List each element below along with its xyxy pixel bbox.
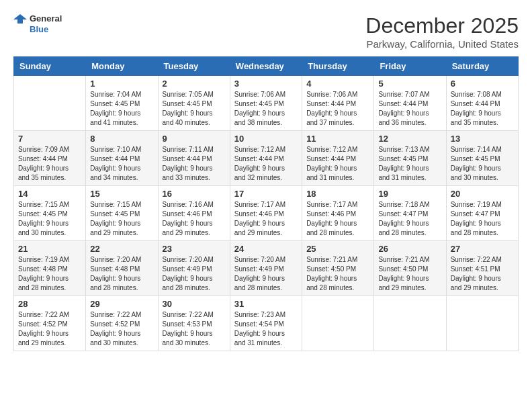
day-number: 26 [378, 244, 441, 254]
calendar-cell: 29Sunrise: 7:22 AMSunset: 4:52 PMDayligh… [86, 296, 158, 351]
day-number: 5 [378, 79, 441, 89]
calendar-cell: 5Sunrise: 7:07 AMSunset: 4:44 PMDaylight… [374, 76, 446, 131]
calendar-cell: 23Sunrise: 7:20 AMSunset: 4:49 PMDayligh… [158, 241, 230, 296]
day-info: Sunrise: 7:22 AMSunset: 4:51 PMDaylight:… [451, 255, 514, 293]
day-info: Sunrise: 7:05 AMSunset: 4:45 PMDaylight:… [163, 90, 226, 128]
calendar-cell: 25Sunrise: 7:21 AMSunset: 4:50 PMDayligh… [302, 241, 374, 296]
calendar-cell: 24Sunrise: 7:20 AMSunset: 4:49 PMDayligh… [230, 241, 302, 296]
day-number: 22 [90, 244, 153, 254]
day-info: Sunrise: 7:19 AMSunset: 4:47 PMDaylight:… [451, 200, 514, 238]
calendar-cell: 26Sunrise: 7:21 AMSunset: 4:50 PMDayligh… [374, 241, 446, 296]
day-number: 23 [163, 244, 226, 254]
day-info: Sunrise: 7:12 AMSunset: 4:44 PMDaylight:… [306, 145, 369, 183]
day-info: Sunrise: 7:21 AMSunset: 4:50 PMDaylight:… [306, 255, 369, 293]
calendar-cell: 7Sunrise: 7:09 AMSunset: 4:44 PMDaylight… [14, 131, 86, 186]
calendar-week-row: 1Sunrise: 7:04 AMSunset: 4:45 PMDaylight… [14, 76, 519, 131]
day-number: 17 [234, 189, 298, 199]
calendar-cell: 27Sunrise: 7:22 AMSunset: 4:51 PMDayligh… [446, 241, 518, 296]
day-number: 20 [451, 189, 514, 199]
calendar-cell: 2Sunrise: 7:05 AMSunset: 4:45 PMDaylight… [158, 76, 230, 131]
day-info: Sunrise: 7:22 AMSunset: 4:52 PMDaylight:… [18, 310, 81, 348]
calendar-cell: 1Sunrise: 7:04 AMSunset: 4:45 PMDaylight… [86, 76, 158, 131]
calendar-cell: 18Sunrise: 7:17 AMSunset: 4:46 PMDayligh… [302, 186, 374, 241]
day-info: Sunrise: 7:21 AMSunset: 4:50 PMDaylight:… [378, 255, 441, 293]
calendar-cell: 31Sunrise: 7:23 AMSunset: 4:54 PMDayligh… [230, 296, 302, 351]
calendar-cell [302, 296, 374, 351]
day-info: Sunrise: 7:15 AMSunset: 4:45 PMDaylight:… [90, 200, 153, 238]
calendar-cell: 14Sunrise: 7:15 AMSunset: 4:45 PMDayligh… [14, 186, 86, 241]
calendar-header-row: SundayMondayTuesdayWednesdayThursdayFrid… [14, 57, 519, 76]
calendar-cell: 15Sunrise: 7:15 AMSunset: 4:45 PMDayligh… [86, 186, 158, 241]
day-number: 29 [90, 299, 153, 309]
calendar-cell: 19Sunrise: 7:18 AMSunset: 4:47 PMDayligh… [374, 186, 446, 241]
day-number: 13 [451, 134, 514, 144]
day-number: 21 [18, 244, 81, 254]
calendar-cell: 16Sunrise: 7:16 AMSunset: 4:46 PMDayligh… [158, 186, 230, 241]
day-info: Sunrise: 7:20 AMSunset: 4:48 PMDaylight:… [90, 255, 153, 293]
calendar-cell: 6Sunrise: 7:08 AMSunset: 4:44 PMDaylight… [446, 76, 518, 131]
calendar-week-row: 21Sunrise: 7:19 AMSunset: 4:48 PMDayligh… [14, 241, 519, 296]
day-header-tuesday: Tuesday [158, 57, 230, 76]
day-header-thursday: Thursday [302, 57, 374, 76]
title-area: December 2025 Parkway, California, Unite… [365, 13, 519, 50]
logo: General Blue [13, 13, 62, 34]
day-info: Sunrise: 7:06 AMSunset: 4:45 PMDaylight:… [234, 90, 298, 128]
day-info: Sunrise: 7:10 AMSunset: 4:44 PMDaylight:… [90, 145, 153, 183]
day-info: Sunrise: 7:12 AMSunset: 4:44 PMDaylight:… [234, 145, 298, 183]
month-title: December 2025 [365, 13, 519, 38]
day-number: 9 [163, 134, 226, 144]
day-info: Sunrise: 7:19 AMSunset: 4:48 PMDaylight:… [18, 255, 81, 293]
day-number: 6 [451, 79, 514, 89]
day-info: Sunrise: 7:18 AMSunset: 4:47 PMDaylight:… [378, 200, 441, 238]
day-info: Sunrise: 7:06 AMSunset: 4:44 PMDaylight:… [306, 90, 369, 128]
day-number: 14 [18, 189, 81, 199]
day-number: 18 [306, 189, 369, 199]
calendar-cell: 9Sunrise: 7:11 AMSunset: 4:44 PMDaylight… [158, 131, 230, 186]
calendar-week-row: 14Sunrise: 7:15 AMSunset: 4:45 PMDayligh… [14, 186, 519, 241]
logo-bird-icon [13, 14, 27, 34]
calendar-cell: 13Sunrise: 7:14 AMSunset: 4:45 PMDayligh… [446, 131, 518, 186]
day-info: Sunrise: 7:22 AMSunset: 4:53 PMDaylight:… [163, 310, 226, 348]
day-number: 10 [234, 134, 298, 144]
day-info: Sunrise: 7:15 AMSunset: 4:45 PMDaylight:… [18, 200, 81, 238]
day-header-saturday: Saturday [446, 57, 518, 76]
day-number: 16 [163, 189, 226, 199]
logo-text: General Blue [30, 13, 62, 34]
calendar-cell [446, 296, 518, 351]
calendar-cell: 17Sunrise: 7:17 AMSunset: 4:46 PMDayligh… [230, 186, 302, 241]
day-info: Sunrise: 7:17 AMSunset: 4:46 PMDaylight:… [234, 200, 298, 238]
day-info: Sunrise: 7:07 AMSunset: 4:44 PMDaylight:… [378, 90, 441, 128]
page-header: General Blue December 2025 Parkway, Cali… [13, 13, 519, 50]
calendar-week-row: 7Sunrise: 7:09 AMSunset: 4:44 PMDaylight… [14, 131, 519, 186]
day-number: 25 [306, 244, 369, 254]
day-number: 19 [378, 189, 441, 199]
day-info: Sunrise: 7:22 AMSunset: 4:52 PMDaylight:… [90, 310, 153, 348]
day-header-monday: Monday [86, 57, 158, 76]
day-info: Sunrise: 7:20 AMSunset: 4:49 PMDaylight:… [234, 255, 298, 293]
day-info: Sunrise: 7:04 AMSunset: 4:45 PMDaylight:… [90, 90, 153, 128]
day-number: 2 [163, 79, 226, 89]
location: Parkway, California, United States [365, 38, 519, 50]
calendar-cell: 12Sunrise: 7:13 AMSunset: 4:45 PMDayligh… [374, 131, 446, 186]
day-number: 24 [234, 244, 298, 254]
calendar-cell: 20Sunrise: 7:19 AMSunset: 4:47 PMDayligh… [446, 186, 518, 241]
day-number: 31 [234, 299, 298, 309]
svg-marker-0 [13, 14, 27, 24]
logo-general: General [30, 13, 62, 24]
calendar-table: SundayMondayTuesdayWednesdayThursdayFrid… [13, 56, 519, 351]
day-info: Sunrise: 7:23 AMSunset: 4:54 PMDaylight:… [234, 310, 298, 348]
calendar-cell [14, 76, 86, 131]
day-header-friday: Friday [374, 57, 446, 76]
calendar-cell [374, 296, 446, 351]
day-number: 1 [90, 79, 153, 89]
day-number: 7 [18, 134, 81, 144]
day-number: 3 [234, 79, 298, 89]
day-info: Sunrise: 7:20 AMSunset: 4:49 PMDaylight:… [163, 255, 226, 293]
day-number: 12 [378, 134, 441, 144]
calendar-cell: 21Sunrise: 7:19 AMSunset: 4:48 PMDayligh… [14, 241, 86, 296]
day-info: Sunrise: 7:08 AMSunset: 4:44 PMDaylight:… [451, 90, 514, 128]
calendar-cell: 22Sunrise: 7:20 AMSunset: 4:48 PMDayligh… [86, 241, 158, 296]
day-header-wednesday: Wednesday [230, 57, 302, 76]
day-info: Sunrise: 7:14 AMSunset: 4:45 PMDaylight:… [451, 145, 514, 183]
day-number: 28 [18, 299, 81, 309]
